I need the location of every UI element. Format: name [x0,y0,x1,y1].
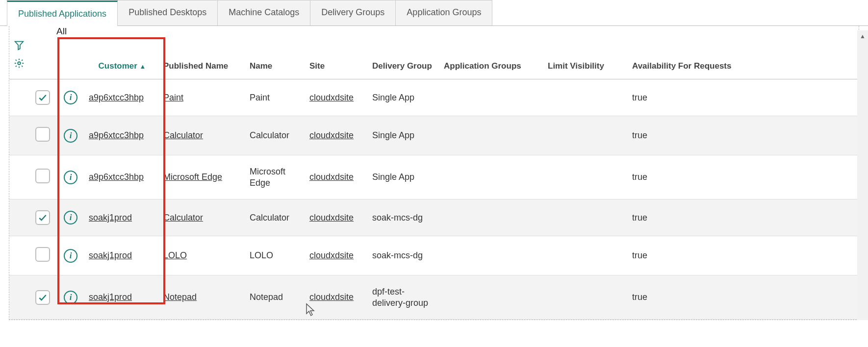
col-published-name[interactable]: Published Name [159,26,246,79]
customer-link[interactable]: a9p6xtcc3hbp [89,93,144,102]
availability-cell: true [628,275,859,320]
delivery-group-cell: Single App [368,79,440,116]
table-row: ia9p6xtcc3hbpMicrosoft EdgeMicrosoft Edg… [9,155,859,199]
applications-table: Customer ▲ Published Name Name Site Deli… [9,26,859,320]
application-groups-cell [440,155,544,199]
application-groups-cell [440,275,544,320]
customer-link[interactable]: soakj1prod [89,250,132,260]
limit-visibility-cell [544,236,628,275]
site-link[interactable]: cloudxdsite [309,93,354,102]
name-cell: Calculator [246,116,306,155]
site-link[interactable]: cloudxdsite [309,213,354,223]
row-checkbox[interactable] [35,247,50,262]
delivery-group-cell: Single App [368,155,440,199]
info-icon[interactable]: i [64,291,77,304]
application-groups-cell [440,199,544,236]
published-name-link[interactable]: Notepad [163,292,197,302]
site-link[interactable]: cloudxdsite [309,292,354,302]
content-panel: All [9,26,859,320]
customer-link[interactable]: soakj1prod [89,292,132,302]
availability-cell: true [628,236,859,275]
name-cell: Notepad [246,275,306,320]
customer-link[interactable]: a9p6xtcc3hbp [89,130,144,140]
info-icon[interactable]: i [64,129,77,143]
table-row: ia9p6xtcc3hbpPaintPaintcloudxdsiteSingle… [9,79,859,116]
filter-icon[interactable] [14,40,25,53]
published-name-link[interactable]: Calculator [163,130,203,140]
name-cell: Microsoft Edge [246,155,306,199]
application-groups-cell [440,79,544,116]
delivery-group-cell: Single App [368,116,440,155]
row-checkbox[interactable] [35,290,50,305]
customer-link[interactable]: a9p6xtcc3hbp [89,172,144,182]
delivery-group-cell: dpf-test-delivery-group [368,275,440,320]
col-limit-visibility[interactable]: Limit Visibility [544,26,628,79]
availability-cell: true [628,199,859,236]
filter-all-label: All [56,26,67,37]
sort-asc-icon: ▲ [140,63,146,70]
limit-visibility-cell [544,116,628,155]
limit-visibility-cell [544,275,628,320]
availability-cell: true [628,155,859,199]
availability-cell: true [628,79,859,116]
col-name[interactable]: Name [246,26,306,79]
row-checkbox[interactable] [35,90,50,105]
table-row: isoakj1prodNotepadNotepadcloudxdsitedpf-… [9,275,859,320]
scroll-up-icon[interactable]: ▲ [857,30,868,42]
tab-application-groups[interactable]: Application Groups [395,0,492,25]
tab-machine-catalogs[interactable]: Machine Catalogs [217,0,310,25]
name-cell: LOLO [246,236,306,275]
tab-bar: Published ApplicationsPublished Desktops… [0,0,868,26]
col-customer[interactable]: Customer ▲ [85,26,159,79]
info-icon[interactable]: i [64,91,77,104]
vertical-scrollbar[interactable]: ▲ [857,30,868,320]
site-link[interactable]: cloudxdsite [309,250,354,260]
site-link[interactable]: cloudxdsite [309,172,354,182]
tab-delivery-groups[interactable]: Delivery Groups [310,0,396,25]
name-cell: Paint [246,79,306,116]
col-application-groups[interactable]: Application Groups [440,26,544,79]
tab-published-desktops[interactable]: Published Desktops [117,0,218,25]
col-delivery-group[interactable]: Delivery Group [368,26,440,79]
published-name-link[interactable]: LOLO [163,250,187,260]
limit-visibility-cell [544,199,628,236]
col-site[interactable]: Site [306,26,368,79]
table-row: isoakj1prodLOLOLOLOcloudxdsitesoak-mcs-d… [9,236,859,275]
site-link[interactable]: cloudxdsite [309,130,354,140]
published-name-link[interactable]: Microsoft Edge [163,172,222,182]
application-groups-cell [440,116,544,155]
tab-published-applications[interactable]: Published Applications [7,0,118,26]
row-checkbox[interactable] [35,210,50,225]
info-icon[interactable]: i [64,249,77,263]
svg-point-0 [18,62,21,65]
info-icon[interactable]: i [64,171,77,184]
published-name-link[interactable]: Calculator [163,213,203,223]
settings-icon[interactable] [14,58,25,71]
name-cell: Calculator [246,199,306,236]
table-row: ia9p6xtcc3hbpCalculatorCalculatorcloudxd… [9,116,859,155]
header-tools-cell [9,26,29,79]
application-groups-cell [440,236,544,275]
published-name-link[interactable]: Paint [163,93,183,102]
limit-visibility-cell [544,79,628,116]
delivery-group-cell: soak-mcs-dg [368,199,440,236]
availability-cell: true [628,116,859,155]
row-checkbox[interactable] [35,169,50,183]
customer-link[interactable]: soakj1prod [89,213,132,223]
delivery-group-cell: soak-mcs-dg [368,236,440,275]
limit-visibility-cell [544,155,628,199]
col-availability[interactable]: Availability For Requests [628,26,859,79]
table-row: isoakj1prodCalculatorCalculatorcloudxdsi… [9,199,859,236]
row-checkbox[interactable] [35,127,50,142]
info-icon[interactable]: i [64,211,77,224]
